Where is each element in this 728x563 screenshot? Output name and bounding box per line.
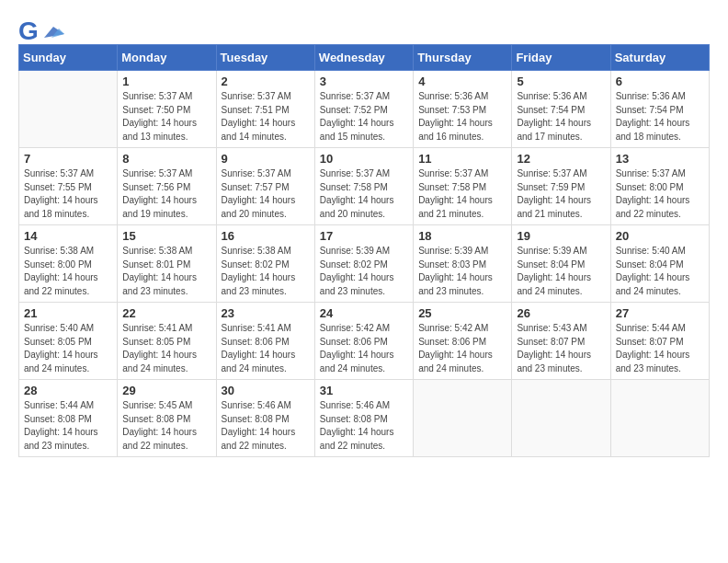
calendar-day-empty — [610, 380, 709, 457]
day-info: Sunrise: 5:36 AMSunset: 7:54 PMDaylight:… — [616, 90, 704, 144]
day-number: 9 — [222, 152, 310, 166]
day-info: Sunrise: 5:37 AMSunset: 7:58 PMDaylight:… — [320, 167, 408, 221]
calendar-day-28: 28Sunrise: 5:44 AMSunset: 8:08 PMDayligh… — [19, 380, 118, 457]
day-number: 22 — [122, 306, 210, 320]
calendar-day-empty — [19, 71, 118, 148]
day-info: Sunrise: 5:39 AMSunset: 8:02 PMDaylight:… — [320, 245, 408, 298]
calendar-day-15: 15Sunrise: 5:38 AMSunset: 8:01 PMDayligh… — [118, 225, 216, 303]
calendar-day-13: 13Sunrise: 5:37 AMSunset: 8:00 PMDayligh… — [610, 148, 709, 225]
calendar-day-18: 18Sunrise: 5:39 AMSunset: 8:03 PMDayligh… — [414, 225, 512, 303]
day-number: 7 — [24, 152, 112, 166]
calendar-day-23: 23Sunrise: 5:41 AMSunset: 8:06 PMDayligh… — [216, 303, 314, 380]
calendar-day-2: 2Sunrise: 5:37 AMSunset: 7:51 PMDaylight… — [216, 71, 314, 148]
day-number: 18 — [418, 229, 506, 243]
calendar-day-empty — [414, 380, 512, 457]
day-number: 24 — [320, 306, 408, 320]
day-info: Sunrise: 5:40 AMSunset: 8:05 PMDaylight:… — [24, 322, 112, 375]
day-number: 23 — [222, 306, 310, 320]
day-info: Sunrise: 5:38 AMSunset: 8:00 PMDaylight:… — [24, 245, 112, 298]
calendar-header-row: SundayMondayTuesdayWednesdayThursdayFrid… — [19, 45, 710, 71]
day-info: Sunrise: 5:37 AMSunset: 7:52 PMDaylight:… — [320, 90, 408, 144]
calendar-day-10: 10Sunrise: 5:37 AMSunset: 7:58 PMDayligh… — [314, 148, 413, 225]
day-info: Sunrise: 5:37 AMSunset: 7:50 PMDaylight:… — [122, 90, 210, 144]
header-wednesday: Wednesday — [314, 45, 413, 71]
logo-icon: G — [18, 18, 39, 44]
day-info: Sunrise: 5:37 AMSunset: 7:58 PMDaylight:… — [418, 167, 506, 221]
day-info: Sunrise: 5:46 AMSunset: 8:08 PMDaylight:… — [222, 399, 310, 453]
day-number: 17 — [320, 229, 408, 243]
day-number: 13 — [616, 152, 704, 166]
day-number: 31 — [320, 384, 408, 397]
calendar-day-25: 25Sunrise: 5:42 AMSunset: 8:06 PMDayligh… — [414, 303, 512, 380]
day-number: 6 — [616, 75, 704, 88]
day-number: 3 — [320, 75, 408, 88]
day-number: 10 — [320, 152, 408, 166]
day-info: Sunrise: 5:36 AMSunset: 7:54 PMDaylight:… — [517, 90, 605, 144]
day-info: Sunrise: 5:39 AMSunset: 8:03 PMDaylight:… — [418, 245, 506, 298]
day-number: 19 — [517, 229, 605, 243]
header-monday: Monday — [118, 45, 216, 71]
calendar-day-4: 4Sunrise: 5:36 AMSunset: 7:53 PMDaylight… — [414, 71, 512, 148]
calendar-day-22: 22Sunrise: 5:41 AMSunset: 8:05 PMDayligh… — [118, 303, 216, 380]
calendar-day-8: 8Sunrise: 5:37 AMSunset: 7:56 PMDaylight… — [118, 148, 216, 225]
calendar-week-3: 14Sunrise: 5:38 AMSunset: 8:00 PMDayligh… — [19, 225, 710, 303]
day-info: Sunrise: 5:37 AMSunset: 7:56 PMDaylight:… — [122, 167, 210, 221]
day-info: Sunrise: 5:37 AMSunset: 7:51 PMDaylight:… — [222, 90, 310, 144]
calendar-week-2: 7Sunrise: 5:37 AMSunset: 7:55 PMDaylight… — [19, 148, 710, 225]
calendar-day-1: 1Sunrise: 5:37 AMSunset: 7:50 PMDaylight… — [118, 71, 216, 148]
day-info: Sunrise: 5:40 AMSunset: 8:04 PMDaylight:… — [616, 245, 704, 298]
day-info: Sunrise: 5:38 AMSunset: 8:02 PMDaylight:… — [222, 245, 310, 298]
calendar-day-17: 17Sunrise: 5:39 AMSunset: 8:02 PMDayligh… — [314, 225, 413, 303]
day-number: 5 — [517, 75, 605, 88]
calendar-day-3: 3Sunrise: 5:37 AMSunset: 7:52 PMDaylight… — [314, 71, 413, 148]
calendar-day-24: 24Sunrise: 5:42 AMSunset: 8:06 PMDayligh… — [314, 303, 413, 380]
day-info: Sunrise: 5:39 AMSunset: 8:04 PMDaylight:… — [517, 245, 605, 298]
calendar-day-14: 14Sunrise: 5:38 AMSunset: 8:00 PMDayligh… — [19, 225, 118, 303]
day-number: 30 — [222, 384, 310, 397]
day-number: 1 — [122, 75, 210, 88]
calendar-day-26: 26Sunrise: 5:43 AMSunset: 8:07 PMDayligh… — [512, 303, 610, 380]
logo: G — [18, 18, 64, 44]
day-info: Sunrise: 5:41 AMSunset: 8:06 PMDaylight:… — [222, 322, 310, 375]
day-number: 20 — [616, 229, 704, 243]
day-number: 29 — [122, 384, 210, 397]
day-info: Sunrise: 5:42 AMSunset: 8:06 PMDaylight:… — [418, 322, 506, 375]
day-info: Sunrise: 5:42 AMSunset: 8:06 PMDaylight:… — [320, 322, 408, 375]
calendar-table: SundayMondayTuesdayWednesdayThursdayFrid… — [18, 44, 710, 457]
day-number: 8 — [122, 152, 210, 166]
calendar-day-20: 20Sunrise: 5:40 AMSunset: 8:04 PMDayligh… — [610, 225, 709, 303]
calendar-day-5: 5Sunrise: 5:36 AMSunset: 7:54 PMDaylight… — [512, 71, 610, 148]
calendar-day-16: 16Sunrise: 5:38 AMSunset: 8:02 PMDayligh… — [216, 225, 314, 303]
calendar-week-4: 21Sunrise: 5:40 AMSunset: 8:05 PMDayligh… — [19, 303, 710, 380]
day-number: 4 — [418, 75, 506, 88]
calendar-day-31: 31Sunrise: 5:46 AMSunset: 8:08 PMDayligh… — [314, 380, 413, 457]
calendar-day-11: 11Sunrise: 5:37 AMSunset: 7:58 PMDayligh… — [414, 148, 512, 225]
day-info: Sunrise: 5:37 AMSunset: 7:59 PMDaylight:… — [517, 167, 605, 221]
day-number: 16 — [222, 229, 310, 243]
header-saturday: Saturday — [610, 45, 709, 71]
day-info: Sunrise: 5:41 AMSunset: 8:05 PMDaylight:… — [122, 322, 210, 375]
day-info: Sunrise: 5:37 AMSunset: 7:57 PMDaylight:… — [222, 167, 310, 221]
header-thursday: Thursday — [414, 45, 512, 71]
header-sunday: Sunday — [19, 45, 118, 71]
calendar-day-7: 7Sunrise: 5:37 AMSunset: 7:55 PMDaylight… — [19, 148, 118, 225]
day-number: 25 — [418, 306, 506, 320]
day-info: Sunrise: 5:38 AMSunset: 8:01 PMDaylight:… — [122, 245, 210, 298]
day-info: Sunrise: 5:37 AMSunset: 7:55 PMDaylight:… — [24, 167, 112, 221]
day-number: 27 — [616, 306, 704, 320]
header-tuesday: Tuesday — [216, 45, 314, 71]
day-number: 28 — [24, 384, 112, 397]
day-info: Sunrise: 5:44 AMSunset: 8:07 PMDaylight:… — [616, 322, 704, 375]
day-info: Sunrise: 5:45 AMSunset: 8:08 PMDaylight:… — [122, 399, 210, 453]
calendar-week-1: 1Sunrise: 5:37 AMSunset: 7:50 PMDaylight… — [19, 71, 710, 148]
calendar-day-27: 27Sunrise: 5:44 AMSunset: 8:07 PMDayligh… — [610, 303, 709, 380]
calendar-day-29: 29Sunrise: 5:45 AMSunset: 8:08 PMDayligh… — [118, 380, 216, 457]
calendar-day-12: 12Sunrise: 5:37 AMSunset: 7:59 PMDayligh… — [512, 148, 610, 225]
day-number: 2 — [222, 75, 310, 88]
calendar-day-empty — [512, 380, 610, 457]
day-number: 11 — [418, 152, 506, 166]
calendar-day-30: 30Sunrise: 5:46 AMSunset: 8:08 PMDayligh… — [216, 380, 314, 457]
calendar-day-6: 6Sunrise: 5:36 AMSunset: 7:54 PMDaylight… — [610, 71, 709, 148]
day-number: 26 — [517, 306, 605, 320]
day-number: 12 — [517, 152, 605, 166]
